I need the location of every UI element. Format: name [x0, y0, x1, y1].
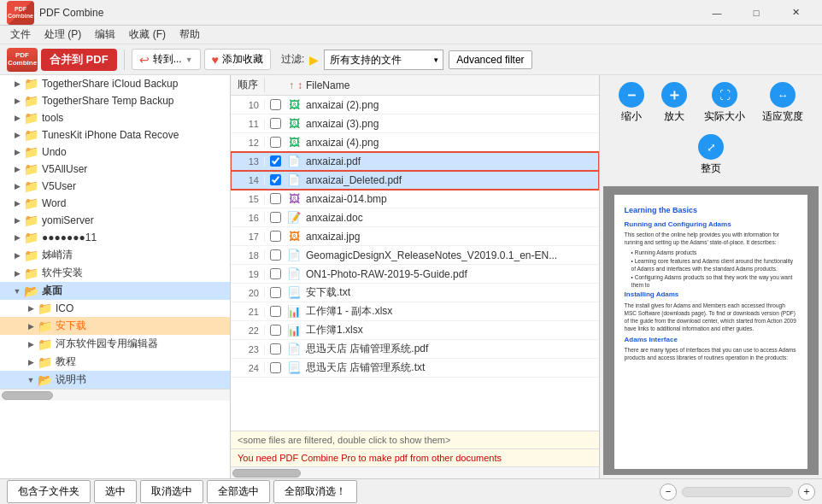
row-checkbox[interactable]: [265, 193, 285, 204]
tree-item-v5user[interactable]: ▶ 📁 V5User: [0, 178, 230, 195]
deselect-button[interactable]: 取消选中: [140, 480, 203, 503]
menu-help[interactable]: 帮助: [173, 26, 207, 44]
row-checkbox[interactable]: [265, 362, 285, 373]
tree-scrollbar-thumb[interactable]: [2, 391, 53, 400]
tree-item-yomi[interactable]: ▶ 📁 yomiServer: [0, 212, 230, 229]
tree-item-jiaocheng[interactable]: ▶ 📁 教程: [0, 353, 230, 371]
deselect-all-button[interactable]: 全部取消选！: [273, 480, 357, 503]
row-checkbox[interactable]: [265, 325, 285, 336]
row-checkbox[interactable]: [265, 306, 285, 317]
row-checkbox[interactable]: [265, 137, 285, 148]
fit-width-icon: ↔: [770, 82, 796, 108]
filter-select[interactable]: 所有支持的文件: [324, 50, 443, 70]
file-list-scrollbar[interactable]: [231, 466, 599, 478]
maximize-button[interactable]: □: [737, 0, 776, 26]
row-checkbox[interactable]: [265, 231, 285, 242]
tree-item-tools[interactable]: ▶ 📁 tools: [0, 109, 230, 126]
tree-item-jiejingqing[interactable]: ▶ 📁 姊峭清: [0, 246, 230, 264]
doc-icon: 📝: [287, 211, 301, 224]
select-button[interactable]: 选中: [94, 480, 137, 503]
row-checkbox[interactable]: [265, 174, 285, 185]
tree-item-ico[interactable]: ▶ 📁 ICO: [0, 300, 230, 317]
file-row[interactable]: 23 📄 思迅天店 店铺管理系统.pdf: [231, 340, 599, 359]
file-row[interactable]: 10 🖼 anxaizai (2).png: [231, 96, 599, 114]
tree-item-hedong[interactable]: ▶ 📁 河东软件园专用编辑器: [0, 335, 230, 353]
actual-size-button[interactable]: ⛶ 实际大小: [699, 80, 750, 126]
file-row-selected[interactable]: 14 📄 anxaizai_Deleted.pdf: [231, 171, 599, 190]
menu-edit[interactable]: 编辑: [88, 26, 122, 44]
file-row[interactable]: 11 🖼 anxaizai (3).png: [231, 114, 599, 133]
add-favorite-button[interactable]: ♥ 添加收藏: [204, 49, 271, 70]
file-row[interactable]: 16 📝 anxaizai.doc: [231, 208, 599, 227]
tree-item-v5alluser[interactable]: ▶ 📁 V5AllUser: [0, 161, 230, 178]
file-row[interactable]: 20 📃 安下载.txt: [231, 284, 599, 302]
file-name: anxaizai.doc: [302, 212, 599, 224]
tree-item-ruanjian[interactable]: ▶ 📁 软件安装: [0, 264, 230, 282]
row-checkbox[interactable]: [265, 268, 285, 279]
preview-section2: Installing Adams: [625, 290, 798, 299]
expander-icon: ▶: [10, 114, 24, 122]
file-row[interactable]: 24 📃 思迅天店 店铺管理系统.txt: [231, 359, 599, 378]
tree-item-undo[interactable]: ▶ 📁 Undo: [0, 144, 230, 161]
window-controls: — □ ✕: [697, 0, 815, 26]
tree-item-word[interactable]: ▶ 📁 Word: [0, 195, 230, 212]
tree-scrollbar[interactable]: [0, 389, 230, 401]
row-checkbox[interactable]: [265, 212, 285, 223]
file-name: anxaizai.pdf: [302, 155, 599, 167]
row-checkbox[interactable]: [265, 343, 285, 355]
file-row[interactable]: 12 🖼 anxaizai (4).png: [231, 133, 599, 152]
tree-item-label: ●●●●●●●11: [42, 231, 97, 243]
file-type-icon: 🖼: [285, 230, 302, 243]
close-button[interactable]: ✕: [776, 0, 815, 26]
folder-icon: 📁: [24, 111, 38, 125]
tree-item-label: ICO: [56, 302, 73, 314]
toolbar: PDFCombine 合并到 PDF ↩ 转到... ▼ ♥ 添加收藏 过滤: …: [0, 44, 822, 75]
include-subfolder-button[interactable]: 包含子文件夹: [7, 480, 91, 503]
toolbar-divider: [124, 50, 125, 70]
folder-icon: 📁: [24, 179, 38, 193]
filename-arrow-icon: ↕: [297, 79, 302, 91]
tree-item-together-temp[interactable]: ▶ 📁 TogetherShare Temp Backup: [0, 92, 230, 109]
tree-item-dots[interactable]: ▶ 📁 ●●●●●●●11: [0, 229, 230, 246]
menu-file[interactable]: 文件: [3, 26, 38, 44]
file-row[interactable]: 18 📄 GeomagicDesignX_ReleaseNotes_V2019.…: [231, 246, 599, 265]
col-order-header: 顺序: [231, 78, 265, 92]
row-checkbox[interactable]: [265, 99, 285, 110]
file-row[interactable]: 19 📄 ON1-Photo-RAW-2019-5-Guide.pdf: [231, 265, 599, 284]
row-checkbox[interactable]: [265, 155, 285, 167]
menu-favorites[interactable]: 收藏 (F): [122, 26, 173, 44]
tree-item-tuneskit[interactable]: ▶ 📁 TunesKit iPhone Data Recove: [0, 126, 230, 144]
zoom-out-button[interactable]: － 缩小: [614, 80, 649, 126]
tree-item-shuomingshu[interactable]: ▼ 📂 说明书: [0, 371, 230, 389]
file-row[interactable]: 15 🖼 anxaizai-014.bmp: [231, 190, 599, 208]
file-list-scrollbar-thumb[interactable]: [232, 469, 301, 478]
progress-increase-button[interactable]: ＋: [798, 483, 815, 501]
minimize-button[interactable]: —: [697, 0, 737, 26]
select-all-button[interactable]: 全部选中: [207, 480, 270, 503]
col-filename-header[interactable]: ↑ ↕ FileName: [285, 79, 599, 91]
file-row-selected[interactable]: 13 📄 anxaizai.pdf: [231, 152, 599, 171]
tree-item-together-icloud[interactable]: ▶ 📁 TogetherShare iCloud Backup: [0, 75, 230, 92]
file-name: 思迅天店 店铺管理系统.pdf: [302, 342, 599, 356]
file-type-icon: 📄: [285, 249, 302, 261]
file-row[interactable]: 21 📊 工作簿1 - 副本.xlsx: [231, 302, 599, 321]
merge-button[interactable]: 合并到 PDF: [41, 49, 117, 71]
file-row[interactable]: 17 🖼 anxaizai.jpg: [231, 227, 599, 246]
tree-item-desktop[interactable]: ▼ 📂 桌面: [0, 282, 230, 300]
advanced-filter-button[interactable]: Advanced filter: [449, 50, 531, 69]
zoom-in-button[interactable]: ＋ 放大: [656, 80, 692, 126]
file-row[interactable]: 22 📊 工作簿1.xlsx: [231, 321, 599, 340]
preview-section2-body: The install gives for Adams and Members …: [625, 302, 798, 332]
folder-icon: 📁: [24, 231, 38, 244]
full-page-button[interactable]: ⤢ 整页: [693, 132, 729, 178]
row-checkbox[interactable]: [265, 287, 285, 298]
tree-item-anxiazai[interactable]: ▶ 📁 安下载: [0, 317, 230, 335]
fit-width-button[interactable]: ↔ 适应宽度: [757, 80, 808, 126]
row-checkbox[interactable]: [265, 118, 285, 129]
menu-process[interactable]: 处理 (P): [38, 26, 88, 44]
row-checkbox[interactable]: [265, 249, 285, 261]
preview-title: Learning the Basics: [625, 205, 798, 216]
turn-to-button[interactable]: ↩ 转到... ▼: [132, 49, 201, 70]
file-tree[interactable]: ▶ 📁 TogetherShare iCloud Backup ▶ 📁 Toge…: [0, 75, 231, 478]
progress-decrease-button[interactable]: －: [660, 483, 677, 501]
